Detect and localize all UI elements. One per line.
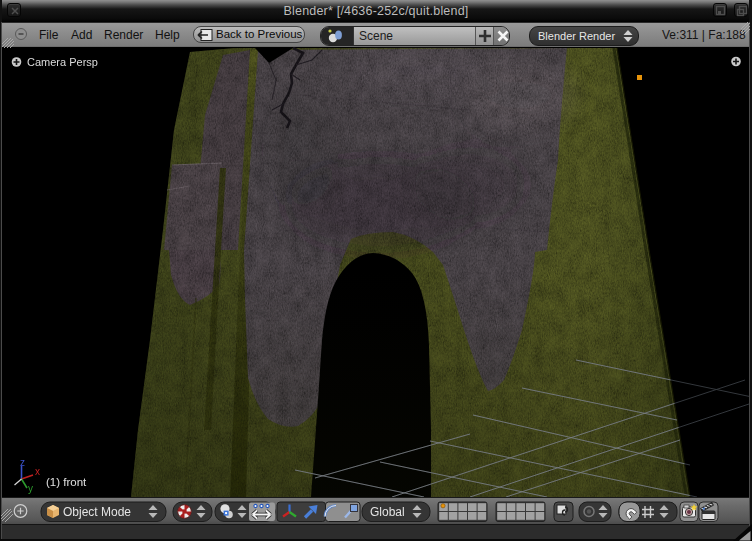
svg-text:Object Mode: Object Mode xyxy=(63,505,131,519)
svg-text:y: y xyxy=(28,483,33,494)
svg-text:Global: Global xyxy=(370,505,405,519)
svg-text:z: z xyxy=(20,457,25,468)
svg-text:x: x xyxy=(35,466,40,477)
